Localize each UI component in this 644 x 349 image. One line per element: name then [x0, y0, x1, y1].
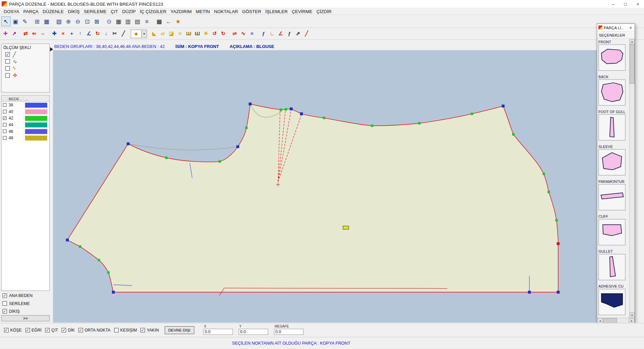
save-button[interactable]: ▣ — [11, 16, 20, 26]
right-angle-left-tool[interactable]: ∟ — [268, 30, 276, 38]
tool-selector-combo[interactable]: ◆▼ — [130, 30, 147, 38]
control-point[interactable] — [280, 108, 282, 111]
control-point[interactable] — [371, 124, 373, 127]
parca-item-thumbnail[interactable] — [598, 289, 626, 315]
parca-list-horizontal-scrollbar[interactable]: ◄ ► — [597, 318, 634, 323]
olcum-checkbox[interactable]: ✓ — [5, 52, 10, 57]
field-input[interactable]: 0.0 — [238, 329, 268, 335]
control-point[interactable] — [79, 245, 81, 248]
control-point[interactable] — [98, 259, 100, 261]
control-point[interactable] — [557, 242, 560, 245]
beden-checkbox[interactable] — [3, 123, 7, 127]
snap-checkbox-item[interactable]: ✓KÖŞE — [4, 328, 21, 332]
parca-list-item[interactable]: FOOT OF GULL — [598, 109, 629, 144]
parca-list-item[interactable]: PARAMONTUR — [598, 179, 629, 214]
function-curve2-tool[interactable]: ƒ — [285, 30, 294, 38]
horizontal-scrollbar-thumb[interactable] — [603, 318, 617, 323]
control-point[interactable] — [528, 291, 531, 294]
seam-comb-tool[interactable]: Ш — [184, 30, 193, 38]
menu-item[interactable]: ÇİZDİR — [314, 9, 333, 14]
options-button[interactable]: ★ — [173, 16, 183, 26]
snap-checkbox[interactable] — [114, 328, 118, 332]
parca-item-thumbnail[interactable] — [598, 44, 626, 70]
rotate-right-tool[interactable]: ↻ — [219, 30, 228, 38]
parca-item-thumbnail[interactable] — [598, 219, 626, 245]
layer-checkbox[interactable] — [2, 301, 7, 306]
close-button[interactable]: × — [632, 0, 644, 8]
control-point[interactable] — [418, 122, 421, 124]
zoom-out-button[interactable]: ⊖ — [73, 16, 83, 26]
pattern-table-button[interactable]: ▦ — [114, 16, 123, 26]
layer-checkbox-item[interactable]: ✓ANA BEDEN — [2, 292, 49, 299]
select-tool[interactable]: ↖ — [1, 16, 11, 26]
menu-item[interactable]: DÜZENLE — [41, 9, 66, 14]
delete-node-tool[interactable]: × — [59, 30, 67, 38]
pattern-piece-outline[interactable] — [67, 104, 558, 292]
parca-item-thumbnail[interactable] — [598, 184, 626, 210]
parca-item-thumbnail[interactable] — [598, 149, 626, 175]
grain-marker[interactable] — [343, 226, 348, 229]
devre-disi-button[interactable]: DEVRE DIŞI — [165, 326, 194, 334]
scroll-left-button[interactable]: ◄ — [597, 318, 603, 323]
zoom-extents-button[interactable]: ⊠ — [92, 16, 101, 26]
parca-item-thumbnail[interactable] — [598, 79, 626, 105]
snap-checkbox-item[interactable]: KESİŞİM — [114, 328, 137, 332]
function-curve-tool[interactable]: ƒ — [259, 30, 268, 38]
control-point[interactable] — [107, 271, 110, 273]
rotate-left-tool[interactable]: ↺ — [210, 30, 219, 38]
pattern-canvas[interactable] — [53, 50, 598, 322]
combo-dropdown-arrow-icon[interactable]: ▼ — [141, 30, 147, 38]
layer-checkbox[interactable]: ✓ — [2, 293, 7, 298]
parca-list-item[interactable]: SLEEVE — [598, 144, 629, 179]
beden-row[interactable]: 46 — [2, 128, 49, 135]
snap-checkbox[interactable]: ✓ — [78, 328, 83, 332]
mirror-tool[interactable]: ⇌ — [230, 30, 239, 38]
grid-pattern-button[interactable]: ▧ — [54, 16, 64, 26]
minimize-button[interactable]: – — [607, 0, 620, 8]
beden-checkbox[interactable] — [3, 136, 7, 140]
draw-line-tool[interactable]: ╱ — [119, 30, 128, 38]
snap-checkbox-item[interactable]: ✓DİK — [62, 328, 75, 332]
control-point[interactable] — [323, 117, 325, 119]
beden-row[interactable]: 48 — [2, 135, 49, 142]
parca-item-thumbnail[interactable] — [598, 254, 626, 280]
wave-double-tool[interactable]: ≈ — [248, 30, 256, 38]
parca-list-item[interactable]: CUFF — [598, 214, 629, 249]
rotate-node-tool[interactable]: ↻ — [93, 30, 102, 38]
beden-checkbox[interactable]: ✓ — [3, 116, 7, 120]
parca-list-item[interactable]: ADHESIVE CU — [598, 284, 629, 318]
menu-item[interactable]: İŞLEMLER — [263, 9, 290, 14]
parca-list-item[interactable]: BACK — [598, 74, 629, 109]
beden-checkbox[interactable] — [3, 130, 7, 133]
snap-checkbox[interactable]: ✓ — [62, 328, 66, 332]
control-point[interactable] — [471, 113, 473, 115]
swap-direction-tool[interactable]: ⇄ — [21, 30, 30, 38]
drop-node-tool[interactable]: ↓ — [102, 30, 111, 38]
beden-row[interactable]: 44 — [2, 121, 49, 128]
line-list-button[interactable]: ≡ — [142, 16, 152, 26]
control-point[interactable] — [245, 127, 248, 129]
control-point[interactable] — [236, 145, 239, 148]
expand-button[interactable]: >> — [1, 315, 50, 321]
control-point[interactable] — [557, 291, 560, 294]
scroll-up-button[interactable]: ▲ — [630, 39, 635, 44]
control-point[interactable] — [547, 191, 550, 193]
zoom-in-button[interactable]: ⊕ — [64, 16, 73, 26]
menu-item[interactable]: NOKTALAR — [212, 9, 240, 14]
menu-item[interactable]: ÇIT — [109, 9, 120, 14]
beden-row[interactable]: 40 — [2, 108, 49, 115]
right-angle-right-tool[interactable]: ∠ — [276, 30, 285, 38]
pleat-tool[interactable]: ▱ — [159, 30, 167, 38]
menu-item[interactable]: SERİLEME — [82, 9, 109, 14]
menu-item[interactable]: GÖSTER — [240, 9, 263, 14]
zoom-window-button[interactable]: ⊡ — [83, 16, 92, 26]
layer-checkbox[interactable]: ✓ — [2, 309, 7, 313]
stretch-tool[interactable]: ⇔ — [39, 30, 47, 38]
insert-node-tool[interactable]: ✚ — [50, 30, 59, 38]
beden-row[interactable]: 38 — [2, 102, 49, 109]
menu-item[interactable]: PARÇA — [21, 9, 41, 14]
field-input[interactable]: 0.0 — [274, 329, 303, 335]
control-point[interactable] — [165, 157, 167, 159]
angle-node-tool[interactable]: ∠ — [85, 30, 93, 38]
parca-item-thumbnail[interactable] — [598, 114, 626, 140]
